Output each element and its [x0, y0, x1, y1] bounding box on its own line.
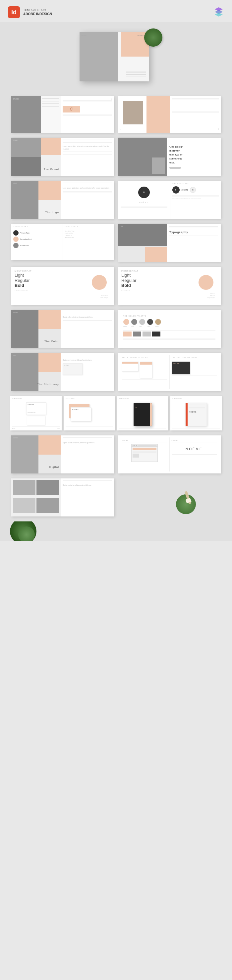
header-text: TEMPLATE FOR ADOBE INDESIGN — [23, 8, 52, 17]
spread-typo-detail: Typography Primary Font Secondary Font — [11, 224, 114, 260]
spread-bc-4: Stationery NOÈME — [170, 396, 222, 430]
spread-row-2: The Brand Brand Lorem ipsum dolor sit am… — [6, 138, 226, 176]
spread-quote: One Design is better than two of somethi… — [118, 138, 221, 176]
spread-social: Social media templates and guidelines. — [11, 479, 114, 517]
adobe-id-logo: Id — [8, 6, 20, 18]
header-left: Id TEMPLATE FOR ADOBE INDESIGN — [8, 6, 52, 18]
spread-row-5: MONTSERRAT Light Regular Bold A B C D E … — [6, 267, 226, 305]
spread-the-logo: The Logo Logo Logo usage guidelines and … — [11, 181, 114, 219]
spread-row-10: Social media templates and guidelines. — [6, 479, 226, 517]
decoration-right — [118, 479, 221, 517]
book-mockup: BRAND GUIDELINES — [80, 32, 149, 81]
spread-font-right: MONTSERRAT Light Regular Bold A B C D E … — [118, 267, 221, 305]
spreads-container: Brand C 2 — [0, 91, 232, 522]
bottom-decoration — [0, 522, 232, 541]
spread-typography: Typo Typography — [118, 224, 221, 262]
plant-decoration — [144, 29, 162, 47]
spread-font-left: MONTSERRAT Light Regular Bold A B C D E … — [11, 267, 114, 305]
spread-interior-text: Brand C 2 — [11, 96, 114, 133]
spread-color-palette: The Color Palette Peach Gray Light — [118, 310, 221, 348]
spread-row-8: Stationery NOÈME info@noeme.com Front Ba… — [6, 396, 226, 430]
spread-row-9: Digital Digital Digital assets and web p… — [6, 436, 226, 474]
hero-section: BRAND GUIDELINES — [0, 22, 232, 91]
spread-row-7: The Stationery Stat Stationery items and… — [6, 353, 226, 391]
header: Id TEMPLATE FOR ADOBE INDESIGN — [0, 0, 232, 22]
spread-stationery-detail: The Stationery Items — [118, 353, 221, 391]
spread-row-3: The Logo Logo Logo usage guidelines and … — [6, 181, 226, 219]
spread-bc-1: Stationery NOÈME info@noeme.com Front Ba… — [10, 396, 62, 430]
spread-stationery: The Stationery Stat Stationery items and… — [11, 353, 114, 391]
spread-bc-2: Stationery NOÈME — [64, 396, 115, 430]
spread-row-1: Brand C 2 — [6, 96, 226, 133]
spread-content-right: 1 3 — [118, 96, 221, 133]
spread-logo-detail: N NOÈME The Logotype N NOÈME N — [118, 181, 221, 219]
spread-row-6: The Color Color Brand color palette and … — [6, 310, 226, 348]
spread-the-brand: The Brand Brand Lorem ipsum dolor sit am… — [11, 138, 114, 176]
spread-screen: Digital — [118, 436, 221, 474]
page-wrapper: Id TEMPLATE FOR ADOBE INDESIGN — [0, 0, 232, 541]
spread-row-4: Typography Primary Font Secondary Font — [6, 224, 226, 262]
spread-bc-3: Stationery N — [117, 396, 168, 430]
spread-the-color: The Color Color Brand color palette and … — [11, 310, 114, 348]
spread-digital: Digital Digital Digital assets and web p… — [11, 436, 114, 474]
stack-icon — [213, 6, 224, 19]
svg-marker-2 — [215, 13, 223, 16]
